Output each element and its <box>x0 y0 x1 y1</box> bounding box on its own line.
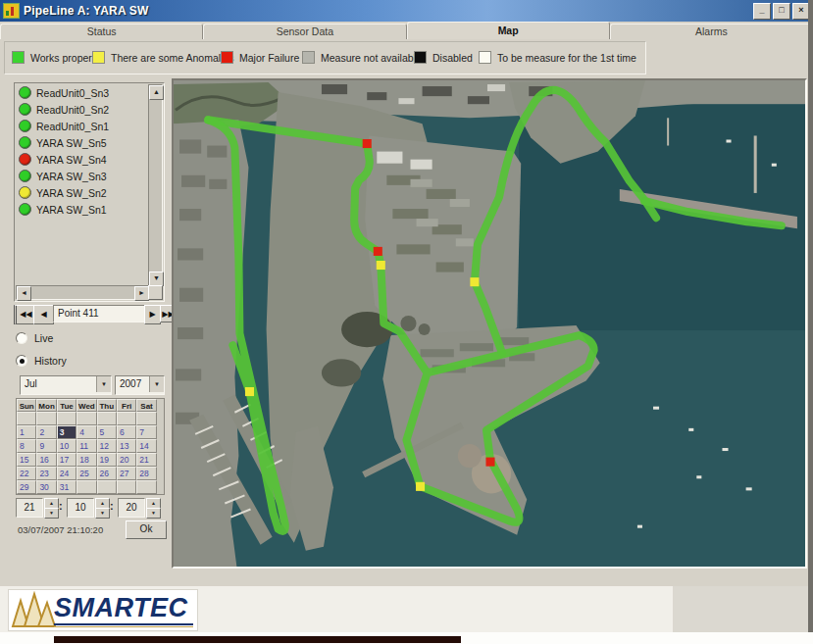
calendar-day-cell[interactable]: 7 <box>136 425 156 439</box>
minute-value[interactable]: 10 <box>67 498 94 518</box>
calendar-day-cell[interactable]: 5 <box>97 425 117 439</box>
pipeline-marker-alarm[interactable] <box>485 458 494 467</box>
hour-spinner[interactable]: 21 ▲ ▼ <box>16 498 59 518</box>
footer-bar: SMARTEC DiTempSMS GatewayOn Data Logs 03… <box>0 586 813 632</box>
pipeline-marker-alarm[interactable] <box>363 139 372 148</box>
month-dropdown[interactable]: Jul ▼ <box>20 375 112 395</box>
sensor-list-vertical-scrollbar[interactable]: ▲ ▼ <box>148 84 163 287</box>
sensor-list-horizontal-scrollbar[interactable]: ◄ ► <box>16 285 150 300</box>
tab-status[interactable]: Status <box>0 24 203 39</box>
month-dropdown-value: Jul <box>25 378 37 389</box>
calendar-day-cell[interactable]: 18 <box>76 453 96 467</box>
sensor-list-item[interactable]: YARA SW_Sn2 <box>16 184 150 201</box>
next-point-button[interactable]: ▶ <box>144 305 161 324</box>
history-radio-circle[interactable] <box>16 355 27 367</box>
legend-label: Major Failure <box>239 52 299 64</box>
calendar-week-row: 891011121314 <box>17 439 164 453</box>
calendar-day-cell[interactable]: 17 <box>57 453 76 467</box>
tab-sensor-data[interactable]: Sensor Data <box>203 24 406 39</box>
tab-map[interactable]: Map <box>407 22 610 39</box>
live-radio[interactable]: Live <box>16 332 53 344</box>
pipeline-marker-warn[interactable] <box>245 387 254 396</box>
pipeline-marker-warn[interactable] <box>470 277 479 286</box>
calendar-day-cell[interactable]: 8 <box>17 439 36 453</box>
calendar-day-cell[interactable]: 30 <box>36 480 56 494</box>
previous-point-button[interactable]: ◀ <box>33 305 54 324</box>
calendar-day-cell <box>76 412 96 425</box>
calendar-day-cell <box>17 412 36 425</box>
calendar-day-cell[interactable]: 21 <box>136 453 156 467</box>
minute-down-icon[interactable]: ▼ <box>95 508 110 519</box>
calendar-day-cell[interactable]: 2 <box>36 425 56 439</box>
sensor-list-item[interactable]: ReadUnit0_Sn3 <box>16 84 150 101</box>
point-position-field[interactable]: Point 411 <box>53 305 149 322</box>
calendar-day-cell[interactable]: 22 <box>17 467 36 480</box>
history-radio[interactable]: History <box>16 355 67 367</box>
sensor-name: ReadUnit0_Sn3 <box>36 87 109 99</box>
map-view[interactable] <box>172 78 807 569</box>
calendar-day-cell[interactable]: 20 <box>117 453 136 467</box>
sensor-list: ReadUnit0_Sn3ReadUnit0_Sn2ReadUnit0_Sn1Y… <box>16 84 150 287</box>
legend-swatch-icon <box>12 51 25 64</box>
minute-spinner[interactable]: 10 ▲ ▼ <box>67 498 110 518</box>
calendar-day-cell[interactable]: 1 <box>17 425 36 439</box>
pipeline-marker-warn[interactable] <box>416 482 425 491</box>
sensor-list-item[interactable]: ReadUnit0_Sn2 <box>16 101 150 118</box>
calendar-day-cell[interactable]: 29 <box>17 480 36 494</box>
calendar-day-cell[interactable]: 27 <box>117 467 136 480</box>
satellite-map[interactable] <box>174 80 805 567</box>
sensor-list-item[interactable]: YARA SW_Sn1 <box>16 201 150 218</box>
calendar-day-cell[interactable]: 12 <box>97 439 117 453</box>
sensor-status-icon <box>19 136 31 149</box>
ok-button[interactable]: Ok <box>126 520 167 539</box>
calendar-day-cell[interactable]: 15 <box>17 453 36 467</box>
time-colon: : <box>110 500 114 512</box>
calendar-day-cell[interactable]: 26 <box>97 467 117 480</box>
calendar-day-cell <box>117 412 136 425</box>
calendar-day-cell[interactable]: 25 <box>76 467 96 480</box>
calendar-day-cell[interactable]: 10 <box>57 439 76 453</box>
scroll-right-icon[interactable]: ► <box>134 286 149 301</box>
calendar-day-cell[interactable]: 11 <box>76 439 96 453</box>
sensor-list-item[interactable]: YARA SW_Sn4 <box>16 151 150 168</box>
minimize-button[interactable]: _ <box>753 3 771 20</box>
year-dropdown-arrow-icon[interactable]: ▼ <box>149 376 164 392</box>
calendar-day-cell[interactable]: 19 <box>97 453 117 467</box>
calendar-day-cell[interactable]: 13 <box>117 439 136 453</box>
sensor-status-icon <box>19 170 31 182</box>
calendar-day-cell[interactable]: 24 <box>57 467 76 480</box>
brand-underline <box>54 623 193 625</box>
sensor-list-item[interactable]: ReadUnit0_Sn1 <box>16 118 150 134</box>
year-dropdown[interactable]: 2007 ▼ <box>115 375 165 395</box>
calendar-day-cell[interactable]: 23 <box>36 467 56 480</box>
calendar-day-cell[interactable]: 3 <box>57 425 76 439</box>
tab-alarms[interactable]: Alarms <box>610 24 813 39</box>
legend-swatch-icon <box>414 51 427 64</box>
maximize-button[interactable]: □ <box>773 3 790 20</box>
second-spinner[interactable]: 20 ▲ ▼ <box>118 498 161 518</box>
live-radio-circle[interactable] <box>16 332 27 344</box>
pipeline-marker-alarm[interactable] <box>374 247 382 256</box>
scroll-left-icon[interactable]: ◄ <box>17 286 31 301</box>
scroll-down-icon[interactable]: ▼ <box>149 272 164 286</box>
sensor-list-item[interactable]: YARA SW_Sn5 <box>16 134 150 151</box>
calendar-day-cell[interactable]: 28 <box>136 467 156 480</box>
tab-bar: StatusSensor DataMapAlarms <box>0 22 813 38</box>
second-down-icon[interactable]: ▼ <box>146 508 161 519</box>
calendar-day-cell <box>36 412 56 425</box>
month-dropdown-arrow-icon[interactable]: ▼ <box>96 376 111 392</box>
time-colon: : <box>59 500 63 512</box>
calendar-week-row: 293031 <box>17 480 164 494</box>
second-value[interactable]: 20 <box>118 498 145 518</box>
sensor-list-item[interactable]: YARA SW_Sn3 <box>16 168 150 184</box>
calendar-day-cell[interactable]: 14 <box>136 439 156 453</box>
calendar-day-cell[interactable]: 6 <box>117 425 136 439</box>
scroll-up-icon[interactable]: ▲ <box>149 85 164 100</box>
pipeline-marker-warn[interactable] <box>377 261 385 270</box>
calendar-day-cell[interactable]: 16 <box>36 453 56 467</box>
hour-value[interactable]: 21 <box>16 498 43 518</box>
hour-down-icon[interactable]: ▼ <box>44 508 59 519</box>
calendar-day-cell[interactable]: 31 <box>57 480 76 494</box>
calendar-day-cell[interactable]: 9 <box>36 439 56 453</box>
calendar-day-cell[interactable]: 4 <box>76 425 96 439</box>
